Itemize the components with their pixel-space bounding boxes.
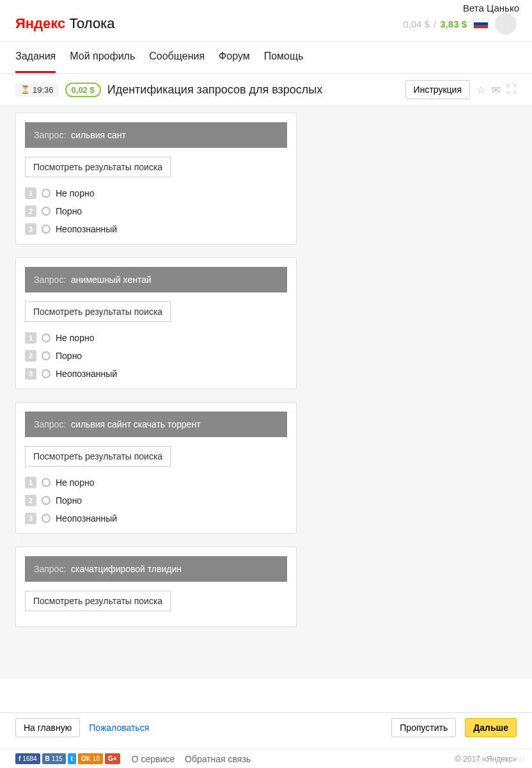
nav-item-1[interactable]: Мой профиль <box>70 51 135 73</box>
options: 1Не порно2Порно3Неопознанный <box>25 188 287 235</box>
num-badge: 1 <box>25 332 36 344</box>
option-0[interactable]: 1Не порно <box>25 188 287 199</box>
taskbar: ⏳ 19:36 0,02 $ Идентификация запросов дл… <box>0 74 532 106</box>
num-badge: 2 <box>25 495 36 506</box>
radio-icon[interactable] <box>42 351 51 360</box>
search-results-button[interactable]: Посмотреть результаты поиска <box>25 591 171 611</box>
option-label: Не порно <box>56 188 94 198</box>
avatar[interactable] <box>495 13 517 35</box>
balance[interactable]: 0,04 $ / 3,83 $ <box>403 19 467 29</box>
option-2[interactable]: 3Неопознанный <box>25 368 287 380</box>
instruction-button[interactable]: Инструкция <box>405 80 470 99</box>
radio-icon[interactable] <box>42 478 51 487</box>
radio-icon[interactable] <box>42 225 51 234</box>
radio-icon[interactable] <box>42 514 51 523</box>
task-card: Запрос: сильвия сайнт скачать торрентПос… <box>15 402 297 534</box>
task-price: 0,02 $ <box>65 83 101 97</box>
option-2[interactable]: 3Неопознанный <box>25 513 287 524</box>
timer: ⏳ 19:36 <box>15 83 59 97</box>
option-label: Неопознанный <box>56 369 117 379</box>
radio-icon[interactable] <box>42 207 51 216</box>
option-1[interactable]: 2Порно <box>25 350 287 362</box>
option-label: Порно <box>56 351 82 361</box>
taskbar-icons: ☆ ✉ ⛶ <box>476 84 517 96</box>
num-badge: 1 <box>25 477 36 488</box>
option-label: Не порно <box>56 333 94 343</box>
query-header: Запрос: скачатцифировой тлвидин <box>25 556 287 582</box>
logo-product: Толока <box>69 15 114 31</box>
num-badge: 2 <box>25 350 36 362</box>
logo-brand: Яндекс <box>15 15 65 31</box>
option-1[interactable]: 2Порно <box>25 205 287 217</box>
task-card: Запрос: скачатцифировой тлвидинПосмотрет… <box>15 547 297 627</box>
radio-icon[interactable] <box>42 189 51 198</box>
fullscreen-icon[interactable]: ⛶ <box>506 84 517 96</box>
option-1[interactable]: 2Порно <box>25 495 287 506</box>
nav: ЗаданияМой профильСообщенияФорумПомощь <box>0 42 532 74</box>
option-0[interactable]: 1Не порно <box>25 332 287 344</box>
logo[interactable]: Яндекс Толока <box>15 15 115 32</box>
task-title: Идентификация запросов для взрослых <box>107 83 399 97</box>
header-right: 0,04 $ / 3,83 $ <box>403 13 517 35</box>
option-label: Неопознанный <box>56 224 117 234</box>
num-badge: 1 <box>25 188 36 199</box>
available-balance: 3,83 $ <box>440 19 467 29</box>
timer-value: 19:36 <box>33 85 54 95</box>
balance-separator: / <box>434 19 436 29</box>
content: Запрос: сильвия сантПосмотреть результат… <box>0 106 532 678</box>
flag-icon[interactable] <box>473 19 489 29</box>
option-label: Не порно <box>56 477 94 488</box>
query-header: Запрос: сильвия сант <box>25 122 287 148</box>
option-2[interactable]: 3Неопознанный <box>25 223 287 235</box>
option-label: Порно <box>56 495 82 506</box>
username: Вета Цанько <box>463 3 519 13</box>
pending-balance: 0,04 $ <box>403 19 430 29</box>
option-label: Неопознанный <box>56 513 117 524</box>
search-results-button[interactable]: Посмотреть результаты поиска <box>25 157 171 177</box>
query-header: Запрос: сильвия сайнт скачать торрент <box>25 412 287 437</box>
nav-item-4[interactable]: Помощь <box>264 51 304 73</box>
search-results-button[interactable]: Посмотреть результаты поиска <box>25 446 171 467</box>
num-badge: 3 <box>25 513 36 524</box>
radio-icon[interactable] <box>42 369 51 378</box>
num-badge: 3 <box>25 368 36 380</box>
option-0[interactable]: 1Не порно <box>25 477 287 488</box>
num-badge: 3 <box>25 223 36 235</box>
task-card: Запрос: анимешный хентайПосмотреть резул… <box>15 257 297 389</box>
radio-icon[interactable] <box>42 333 51 342</box>
task-card: Запрос: сильвия сантПосмотреть результат… <box>15 113 297 244</box>
query-header: Запрос: анимешный хентай <box>25 267 287 292</box>
options: 1Не порно2Порно3Неопознанный <box>25 477 287 524</box>
star-icon[interactable]: ☆ <box>476 84 485 96</box>
nav-item-2[interactable]: Сообщения <box>149 51 205 73</box>
nav-item-0[interactable]: Задания <box>15 51 56 73</box>
mail-icon[interactable]: ✉ <box>492 84 500 96</box>
search-results-button[interactable]: Посмотреть результаты поиска <box>25 301 171 322</box>
options: 1Не порно2Порно3Неопознанный <box>25 332 287 380</box>
option-label: Порно <box>56 206 82 216</box>
header: Яндекс Толока 0,04 $ / 3,83 $ <box>0 0 532 42</box>
radio-icon[interactable] <box>42 496 51 505</box>
num-badge: 2 <box>25 205 36 217</box>
hourglass-icon: ⏳ <box>20 85 30 94</box>
nav-item-3[interactable]: Форум <box>219 51 250 73</box>
